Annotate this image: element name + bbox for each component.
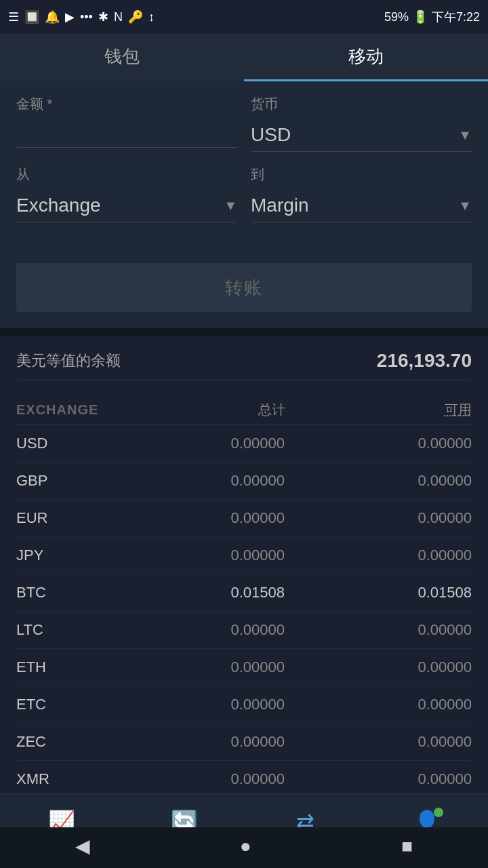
balance-value: 216,193.70 — [377, 350, 472, 372]
from-group: 从 Exchange ▼ — [16, 165, 237, 222]
to-label: 到 — [251, 165, 472, 184]
currency-label: 货币 — [251, 95, 472, 113]
currency-symbol: LTC — [16, 621, 98, 639]
currency-available-value: 0.00000 — [363, 733, 472, 751]
transfer-btn-wrapper: 转账 — [0, 256, 488, 328]
table-row: JPY 0.00000 0.00000 — [16, 537, 472, 574]
exchange-section-title: EXCHANGE — [16, 402, 98, 418]
dots-icon: ••• — [80, 10, 93, 24]
currency-total-value: 0.00000 — [176, 547, 285, 564]
nfc-icon: N — [114, 10, 123, 24]
currency-available-value: 0.00000 — [363, 435, 472, 452]
back-button[interactable]: ◀ — [75, 835, 90, 857]
key-icon: 🔑 — [128, 9, 143, 24]
currency-total-value: 0.00000 — [176, 696, 285, 713]
battery-percent: 59% — [384, 10, 409, 24]
status-bar: ☰ 🔲 🔔 ▶ ••• ✱ N 🔑 ↕ 59% 🔋 下午7:22 — [0, 0, 488, 34]
currency-total-value: 0.01508 — [176, 584, 285, 601]
amount-group: 金额 * — [16, 95, 237, 152]
currency-available-value: 0.00000 — [363, 472, 472, 490]
currency-dropdown-icon: ▼ — [458, 127, 472, 143]
bell-icon: 🔔 — [45, 9, 60, 24]
from-select[interactable]: Exchange ▼ — [16, 189, 237, 222]
app-icon: 🔲 — [24, 9, 39, 24]
table-row: BTC 0.01508 0.01508 — [16, 574, 472, 612]
menu-icon: ☰ — [8, 9, 19, 24]
table-row: EUR 0.00000 0.00000 — [16, 500, 472, 537]
tab-move[interactable]: 移动 — [244, 34, 488, 81]
main-content: 金额 * 货币 USD ▼ 从 Exchange ▼ — [0, 81, 488, 868]
amount-label: 金额 * — [16, 95, 237, 113]
table-row: ZEC 0.00000 0.00000 — [16, 724, 472, 761]
currency-symbol: ETH — [16, 658, 98, 676]
currency-total-value: 0.00000 — [176, 770, 285, 788]
currency-symbol: ZEC — [16, 733, 98, 751]
to-select[interactable]: Margin ▼ — [251, 189, 472, 222]
section-divider — [0, 328, 488, 336]
table-row: USD 0.00000 0.00000 — [16, 425, 472, 462]
bluetooth-icon: ✱ — [98, 9, 108, 24]
exchange-header: EXCHANGE 总计 可用 — [16, 394, 472, 425]
currency-available-value: 0.00000 — [363, 621, 472, 639]
currency-available-value: 0.00000 — [363, 696, 472, 713]
table-row: LTC 0.00000 0.00000 — [16, 612, 472, 649]
currency-symbol: XMR — [16, 770, 98, 788]
home-button[interactable]: ● — [240, 835, 251, 857]
send-icon: ▶ — [65, 9, 75, 24]
table-row: ETH 0.00000 0.00000 — [16, 649, 472, 686]
table-row: GBP 0.00000 0.00000 — [16, 462, 472, 500]
currency-available-value: 0.00000 — [363, 509, 472, 527]
currency-total-value: 0.00000 — [176, 733, 285, 751]
currency-symbol: BTC — [16, 584, 98, 601]
to-value: Margin — [251, 195, 458, 216]
from-label: 从 — [16, 165, 237, 184]
signal-icon: ↕ — [148, 10, 155, 24]
col-total-header: 总计 — [177, 401, 285, 419]
currency-symbol: JPY — [16, 547, 98, 564]
transfer-form: 金额 * 货币 USD ▼ 从 Exchange ▼ — [0, 81, 488, 256]
status-right: 59% 🔋 下午7:22 — [384, 9, 480, 25]
top-tab-bar: 钱包 移动 — [0, 34, 488, 81]
currency-total-value: 0.00000 — [176, 509, 285, 527]
online-indicator — [434, 808, 443, 817]
currency-symbol: EUR — [16, 509, 98, 527]
currency-available-value: 0.00000 — [363, 547, 472, 564]
currency-total-value: 0.00000 — [176, 472, 285, 490]
currency-available-value: 0.01508 — [363, 584, 472, 601]
currency-total-value: 0.00000 — [176, 435, 285, 452]
currency-symbol: GBP — [16, 472, 98, 490]
col-available-header: 可用 — [363, 401, 472, 419]
currency-group: 货币 USD ▼ — [251, 95, 472, 152]
android-nav-bar: ◀ ● ■ — [0, 827, 488, 868]
to-dropdown-icon: ▼ — [458, 198, 472, 214]
currency-total-value: 0.00000 — [176, 621, 285, 639]
transfer-button[interactable]: 转账 — [16, 263, 472, 312]
currency-available-value: 0.00000 — [363, 658, 472, 676]
balance-section: 美元等值的余额 216,193.70 — [0, 336, 488, 394]
currency-value: USD — [251, 124, 458, 146]
currency-available-value: 0.00000 — [363, 770, 472, 788]
balance-row: 美元等值的余额 216,193.70 — [16, 350, 472, 380]
from-value: Exchange — [16, 195, 224, 216]
time-display: 下午7:22 — [432, 9, 480, 25]
amount-input[interactable] — [16, 119, 237, 148]
currency-select[interactable]: USD ▼ — [251, 119, 472, 152]
form-row-from-to: 从 Exchange ▼ 到 Margin ▼ — [16, 165, 472, 222]
currency-symbol: ETC — [16, 696, 98, 713]
to-group: 到 Margin ▼ — [251, 165, 472, 222]
currency-symbol: USD — [16, 435, 98, 452]
status-icons-left: ☰ 🔲 🔔 ▶ ••• ✱ N 🔑 ↕ — [8, 9, 155, 24]
battery-icon: 🔋 — [413, 9, 428, 24]
currency-total-value: 0.00000 — [176, 658, 285, 676]
recent-button[interactable]: ■ — [401, 835, 413, 857]
table-row: ETC 0.00000 0.00000 — [16, 686, 472, 724]
balance-label: 美元等值的余额 — [16, 351, 121, 371]
from-dropdown-icon: ▼ — [224, 198, 237, 214]
tab-wallet[interactable]: 钱包 — [0, 34, 244, 81]
form-row-amount-currency: 金额 * 货币 USD ▼ — [16, 95, 472, 152]
table-row: XMR 0.00000 0.00000 — [16, 761, 472, 798]
